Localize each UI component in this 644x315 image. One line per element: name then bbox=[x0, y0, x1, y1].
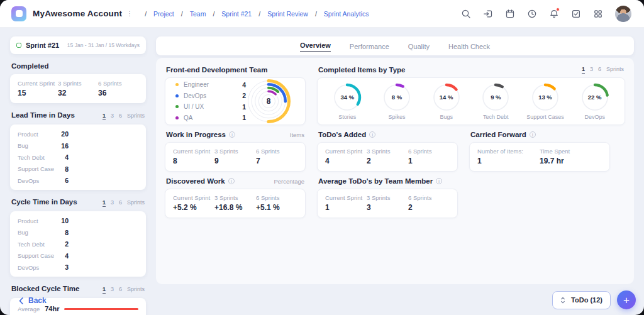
blocked-average-label: Average bbox=[18, 306, 40, 312]
app-title: MyAwesome Account bbox=[33, 9, 122, 18]
blocked-cycle-time-title: Blocked Cycle Time bbox=[11, 285, 79, 292]
discovered-work-card: Current Sprint +5.2 % 3 Sprints +16.8 % … bbox=[165, 189, 306, 218]
todo-s-added-stat-6-sprints: 6 Sprints 1 bbox=[408, 148, 450, 165]
blocked-cycle-time-sprint-option-6[interactable]: 6 bbox=[119, 286, 122, 293]
tab-quality[interactable]: Quality bbox=[408, 41, 430, 50]
notifications-icon[interactable] bbox=[549, 9, 559, 19]
completed-items-sprint-option-3[interactable]: 3 bbox=[590, 66, 593, 73]
lead-time-sprint-option-6[interactable]: 6 bbox=[119, 113, 122, 119]
breadcrumb-project[interactable]: Project bbox=[153, 10, 174, 18]
breadcrumb-sprint-21[interactable]: Sprint #21 bbox=[221, 10, 252, 18]
stat-value: 32 bbox=[58, 89, 98, 97]
completed-items-sprint-option-6[interactable]: 6 bbox=[598, 66, 601, 73]
todo-selector-button[interactable]: ToDo (12) bbox=[552, 291, 611, 309]
panel-toggle-icon[interactable] bbox=[483, 9, 493, 19]
stat-value: 19.7 hr bbox=[540, 157, 602, 165]
user-avatar[interactable] bbox=[615, 6, 631, 22]
lead-time-row-product: Product 20 bbox=[18, 130, 138, 138]
stat-value: +16.8 % bbox=[214, 203, 256, 212]
legend-item-devops: DevOps 2 bbox=[175, 92, 246, 99]
tab-health-check[interactable]: Health Check bbox=[448, 41, 490, 50]
bar-label: Product bbox=[18, 131, 57, 138]
carried-forward-title: Carried Forward bbox=[470, 131, 526, 138]
search-icon[interactable] bbox=[461, 9, 471, 19]
carried-forward-section: Carried Forward i Number of Items: 1 Tim… bbox=[469, 125, 610, 172]
carried-forward-info-icon[interactable]: i bbox=[530, 131, 536, 138]
calendar-icon[interactable] bbox=[505, 9, 515, 19]
gauge-tech-debt: 9 % Tech Debt bbox=[471, 83, 521, 120]
discovered-work-info-icon[interactable]: i bbox=[228, 178, 235, 184]
blocked-cycle-time-sprint-option-3[interactable]: 3 bbox=[111, 286, 114, 293]
cycle-time-sprint-option-6[interactable]: 6 bbox=[119, 199, 122, 206]
stat-label: Number of Items: bbox=[477, 148, 540, 155]
bar-value: 3 bbox=[57, 263, 74, 271]
stat-value: 2 bbox=[367, 157, 408, 165]
completed-items-header: Completed Items by Type 136Sprints bbox=[318, 66, 624, 74]
back-button[interactable]: Back bbox=[19, 296, 47, 305]
work-in-progress-stat-3-sprints: 3 Sprints 9 bbox=[214, 148, 256, 165]
stat-label: Current Sprint bbox=[325, 194, 367, 201]
bar-label: Support Case bbox=[18, 252, 57, 259]
average-todo-s-by-team-member-section: Average ToDo's by Team Member i Current … bbox=[317, 172, 458, 218]
account-menu-icon[interactable]: ⋮ bbox=[126, 11, 133, 17]
legend-item-engineer: Engineer 4 bbox=[175, 81, 246, 89]
gauge-label: Spikes bbox=[388, 114, 405, 120]
cycle-time-sprint-option-1[interactable]: 1 bbox=[103, 199, 106, 207]
breadcrumb-team[interactable]: Team bbox=[190, 10, 206, 18]
cycle-time-row-product: Product 10 bbox=[18, 217, 138, 224]
bar-label: Product bbox=[18, 218, 57, 224]
work-in-progress-unit-label: Items bbox=[290, 131, 304, 138]
bar-label: Tech Debt bbox=[18, 241, 57, 248]
bar-label: DevOps bbox=[18, 177, 57, 184]
completed-stat-3-sprints: 3 Sprints 32 bbox=[58, 80, 98, 97]
todo-button-label: ToDo (12) bbox=[571, 296, 602, 304]
add-button[interactable]: + bbox=[617, 290, 636, 309]
back-label: Back bbox=[28, 296, 47, 305]
notification-badge bbox=[556, 8, 560, 11]
app-logo-icon[interactable] bbox=[11, 6, 26, 21]
average-todo-s-by-team-member-info-icon[interactable]: i bbox=[436, 178, 442, 184]
overview-content: Front-end Development Team Engineer 4 De… bbox=[156, 58, 634, 284]
completed-stat-6-sprints: 6 Sprints 36 bbox=[98, 80, 138, 97]
bar-label: DevOps bbox=[18, 264, 57, 271]
bar-value: 2 bbox=[57, 240, 74, 248]
stat-value: 1 bbox=[408, 157, 450, 165]
blocked-average-value: 74hr bbox=[45, 305, 59, 312]
sort-arrows-icon bbox=[560, 296, 565, 304]
breadcrumb-separator: / bbox=[181, 10, 183, 18]
header-icons bbox=[461, 6, 631, 22]
completed-stat-current-sprint: Current Sprint 15 bbox=[18, 80, 58, 97]
stat-value: 4 bbox=[325, 157, 367, 165]
team-chart: 8 bbox=[246, 79, 291, 124]
lead-time-sprint-option-3[interactable]: 3 bbox=[111, 113, 114, 119]
tab-overview[interactable]: Overview bbox=[300, 40, 331, 52]
completed-header: Completed bbox=[11, 62, 145, 70]
breadcrumb-separator: / bbox=[145, 10, 147, 18]
bar-value: 20 bbox=[57, 130, 74, 138]
todo-s-added-info-icon[interactable]: i bbox=[369, 131, 375, 138]
completed-items-sprint-option-1[interactable]: 1 bbox=[582, 66, 585, 74]
tasks-icon[interactable] bbox=[571, 9, 581, 19]
apps-icon[interactable] bbox=[593, 9, 603, 19]
gauge-label: Bugs bbox=[440, 114, 453, 120]
completed-title: Completed bbox=[11, 62, 48, 70]
average-todo-s-by-team-member-card: Current Sprint 1 3 Sprints 3 6 Sprints 2 bbox=[317, 189, 458, 218]
discovered-work-stat-current-sprint: Current Sprint +5.2 % bbox=[173, 194, 214, 212]
stat-value: +5.1 % bbox=[256, 203, 297, 212]
blocked-cycle-time-sprint-suffix: Sprints bbox=[127, 286, 145, 292]
legend-label: DevOps bbox=[184, 92, 206, 99]
clock-icon[interactable] bbox=[527, 9, 537, 19]
lead-time-sprint-option-1[interactable]: 1 bbox=[103, 113, 106, 120]
carried-forward-header: Carried Forward i bbox=[470, 131, 609, 138]
todo-s-added-card: Current Sprint 4 3 Sprints 2 6 Sprints 1 bbox=[317, 142, 458, 172]
stat-value: 1 bbox=[325, 203, 367, 212]
cycle-time-sprint-option-3[interactable]: 3 bbox=[111, 199, 114, 206]
breadcrumb-sprint-analytics[interactable]: Sprint Analytics bbox=[324, 10, 369, 18]
average-todo-s-by-team-member-header: Average ToDo's by Team Member i bbox=[318, 177, 457, 185]
breadcrumb-sprint-review[interactable]: Sprint Review bbox=[267, 10, 308, 18]
sprint-summary-card[interactable]: Sprint #21 15 Jan - 31 Jan / 15 Workdays bbox=[10, 36, 146, 54]
blocked-cycle-time-sprint-option-1[interactable]: 1 bbox=[103, 286, 106, 294]
tab-performance[interactable]: Performance bbox=[350, 41, 389, 50]
stat-label: 3 Sprints bbox=[214, 148, 256, 155]
work-in-progress-info-icon[interactable]: i bbox=[229, 131, 235, 138]
